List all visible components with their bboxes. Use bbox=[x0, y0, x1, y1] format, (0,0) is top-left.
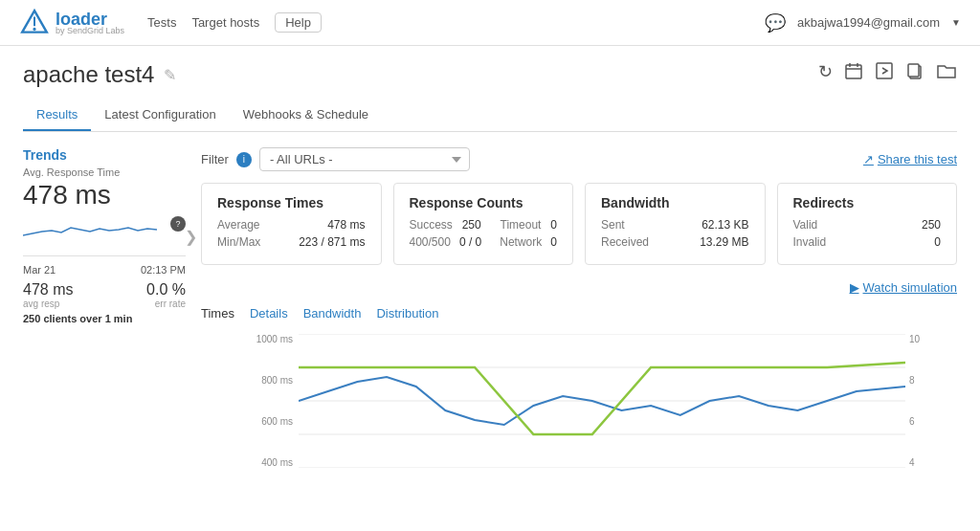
logo-icon bbox=[19, 8, 50, 38]
main-panel: Filter i - All URLs - ↗ Share this test … bbox=[201, 147, 957, 468]
tab-latest-config[interactable]: Latest Configuration bbox=[91, 100, 229, 131]
rc-network-label: Network bbox=[500, 235, 542, 249]
chart-tab-details[interactable]: Details bbox=[250, 302, 288, 326]
rt-average-value: 478 ms bbox=[327, 218, 365, 232]
rc-500-value: 0 / 0 bbox=[459, 235, 481, 249]
nav-user[interactable]: akbajwa1994@gmail.com bbox=[797, 15, 940, 30]
watch-label: Watch simulation bbox=[863, 280, 958, 295]
share-icon-small: ↗ bbox=[863, 152, 874, 166]
y-label-r-8: 8 bbox=[909, 375, 928, 386]
sidebar: Trends Avg. Response Time 478 ms ? Mar 2… bbox=[23, 147, 186, 468]
nav-help[interactable]: Help bbox=[275, 12, 322, 33]
nav-right: 💬 akbajwa1994@gmail.com ▼ bbox=[765, 12, 961, 33]
card-redirects-title: Redirects bbox=[793, 195, 942, 210]
stats-cards: Response Times Average 478 ms Min/Max 22… bbox=[201, 183, 957, 265]
rt-minmax-label: Min/Max bbox=[217, 235, 260, 249]
rc-row1: Success 250 Timeout 0 bbox=[410, 218, 558, 232]
tab-results[interactable]: Results bbox=[23, 100, 91, 131]
user-dropdown-icon[interactable]: ▼ bbox=[951, 17, 961, 28]
rc-timeout-label: Timeout bbox=[501, 218, 542, 232]
chart-tab-bandwidth[interactable]: Bandwidth bbox=[303, 302, 362, 326]
chat-icon[interactable]: 💬 bbox=[765, 12, 786, 33]
filter-left: Filter i - All URLs - bbox=[201, 147, 470, 171]
err-rate-stat: 0.0 % err rate bbox=[146, 281, 186, 309]
rc-success-label: Success bbox=[410, 218, 453, 232]
rd-valid-label: Valid bbox=[793, 218, 818, 232]
card-bandwidth: Bandwidth Sent 62.13 KB Received 13.29 M… bbox=[585, 183, 766, 265]
folder-icon[interactable] bbox=[936, 61, 957, 85]
svg-point-2 bbox=[33, 27, 35, 30]
rc-timeout-value: 0 bbox=[550, 218, 557, 232]
nav-links: Tests Target hosts Help bbox=[147, 12, 322, 33]
rt-average-row: Average 478 ms bbox=[217, 218, 366, 232]
sparkline-help[interactable]: ? bbox=[170, 216, 186, 232]
bw-received-label: Received bbox=[601, 235, 649, 249]
calendar-icon[interactable] bbox=[844, 61, 863, 85]
avg-resp-sublabel: avg resp bbox=[23, 299, 73, 309]
card-response-times-title: Response Times bbox=[217, 195, 366, 210]
filter-share-row: Filter i - All URLs - ↗ Share this test bbox=[201, 147, 957, 171]
y-label-800: 800 ms bbox=[249, 375, 293, 386]
rd-invalid-label: Invalid bbox=[793, 235, 827, 249]
stat-time: 02:13 PM bbox=[141, 264, 186, 276]
rd-valid-value: 250 bbox=[922, 218, 941, 232]
sparkline-chart bbox=[23, 216, 157, 245]
brand-sub: by SendGrid Labs bbox=[56, 26, 124, 35]
rc-network-value: 0 bbox=[550, 235, 557, 249]
rd-invalid-row: Invalid 0 bbox=[793, 235, 942, 249]
clients-text: 250 clients over 1 min bbox=[23, 313, 186, 324]
svg-rect-9 bbox=[908, 64, 919, 77]
bw-sent-value: 62.13 KB bbox=[702, 218, 748, 232]
y-label-r-4: 4 bbox=[909, 457, 928, 468]
y-label-400: 400 ms bbox=[249, 457, 293, 468]
edit-icon[interactable]: ✎ bbox=[164, 66, 176, 84]
clients-count: 250 clients over bbox=[23, 313, 102, 324]
navbar: loader by SendGrid Labs Tests Target hos… bbox=[0, 0, 980, 46]
chart-with-labels: 1000 ms 800 ms 600 ms 400 ms bbox=[249, 334, 928, 468]
page-title-row: apache test4 ✎ bbox=[23, 61, 176, 88]
rt-minmax-value: 223 / 871 ms bbox=[299, 235, 365, 249]
sidebar-next-arrow[interactable]: ❯ bbox=[185, 227, 197, 245]
share-icon[interactable] bbox=[875, 61, 894, 85]
divider-1 bbox=[23, 255, 186, 256]
brand-logo[interactable]: loader by SendGrid Labs bbox=[19, 8, 124, 38]
y-label-600: 600 ms bbox=[249, 416, 293, 427]
card-response-counts-title: Response Counts bbox=[410, 195, 558, 210]
filter-label: Filter bbox=[201, 152, 229, 166]
bw-received-value: 13.29 MB bbox=[700, 235, 748, 249]
filter-info-icon[interactable]: i bbox=[236, 152, 252, 167]
card-response-counts: Response Counts Success 250 Timeout 0 40… bbox=[393, 183, 574, 265]
page-title: apache test4 bbox=[23, 61, 154, 88]
rc-500-label: 400/500 bbox=[410, 235, 451, 249]
stat-values-row: 478 ms avg resp 0.0 % err rate bbox=[23, 281, 186, 309]
chart-tab-times[interactable]: Times bbox=[201, 302, 234, 326]
watch-simulation-link[interactable]: ▶ Watch simulation bbox=[850, 280, 958, 295]
chart-tab-distribution[interactable]: Distribution bbox=[376, 302, 438, 326]
filter-select[interactable]: - All URLs - bbox=[259, 147, 470, 171]
rt-average-label: Average bbox=[217, 218, 259, 232]
y-label-1000: 1000 ms bbox=[249, 334, 293, 344]
card-response-times: Response Times Average 478 ms Min/Max 22… bbox=[201, 183, 382, 265]
copy-icon[interactable] bbox=[905, 61, 924, 85]
tab-webhooks[interactable]: Webhooks & Schedule bbox=[230, 100, 382, 131]
main-content: apache test4 ✎ ↻ bbox=[0, 46, 980, 483]
stat-date: Mar 21 bbox=[23, 264, 56, 276]
share-link[interactable]: ↗ Share this test bbox=[863, 152, 957, 166]
chart-wrapper: 1000 ms 800 ms 600 ms 400 ms bbox=[249, 334, 928, 468]
refresh-icon[interactable]: ↻ bbox=[818, 61, 833, 85]
nav-target-hosts[interactable]: Target hosts bbox=[191, 15, 259, 30]
share-label: Share this test bbox=[878, 152, 957, 166]
svg-rect-3 bbox=[846, 65, 861, 78]
watch-row: ▶ Watch simulation bbox=[201, 280, 957, 295]
nav-tests[interactable]: Tests bbox=[147, 15, 176, 30]
y-label-r-10: 10 bbox=[909, 334, 928, 344]
avg-response-value: 478 ms bbox=[23, 180, 186, 210]
chart-svg-container bbox=[299, 334, 905, 468]
card-bandwidth-title: Bandwidth bbox=[601, 195, 749, 210]
sparkline-container: ? bbox=[23, 216, 186, 248]
main-chart bbox=[299, 334, 905, 468]
rt-minmax-row: Min/Max 223 / 871 ms bbox=[217, 235, 366, 249]
bw-sent-row: Sent 62.13 KB bbox=[601, 218, 749, 232]
y-labels-right: 10 8 6 4 bbox=[905, 334, 928, 468]
toolbar-icons: ↻ bbox=[818, 61, 957, 85]
